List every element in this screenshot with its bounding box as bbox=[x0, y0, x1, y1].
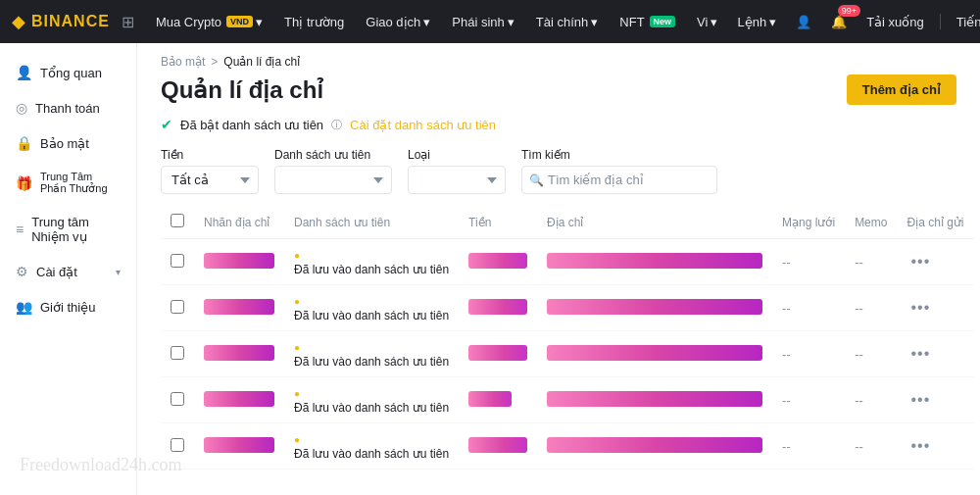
type-select[interactable] bbox=[408, 166, 506, 194]
select-all-checkbox[interactable] bbox=[171, 214, 184, 227]
more-options-button[interactable]: ••• bbox=[906, 297, 934, 319]
sidebar-label-nhiem-vu: Trung tâm Nhiệm vụ bbox=[31, 215, 121, 244]
check-icon: ✔ bbox=[161, 117, 172, 132]
status-row: ✔ Đã bật danh sách ưu tiên ⓘ Cài đặt dan… bbox=[161, 117, 956, 132]
coin-redacted bbox=[468, 345, 527, 361]
chevron-down-icon: ▾ bbox=[256, 15, 263, 29]
nav-tai-xuong[interactable]: Tải xuống bbox=[858, 11, 932, 33]
nav-notifications[interactable]: 🔔 99+ bbox=[823, 11, 855, 33]
memo-value: -- bbox=[855, 347, 863, 362]
nav-profile-icon[interactable]: 👤 bbox=[788, 11, 819, 33]
more-options-button[interactable]: ••• bbox=[906, 251, 934, 272]
address-redacted bbox=[547, 391, 762, 407]
sidebar-item-trung-tam-phan-thuong[interactable]: 🎁 Trung Tâm Phần Thưởng bbox=[0, 161, 136, 205]
whitelist-select[interactable] bbox=[274, 166, 392, 194]
table-body: ● Đã lưu vào danh sách ưu tiên -- -- ••• bbox=[161, 239, 974, 470]
breadcrumb-current: Quản lí địa chỉ bbox=[223, 55, 300, 69]
sidebar-label-tong-quan: Tổng quan bbox=[40, 66, 102, 80]
chevron-down-icon: ▾ bbox=[423, 15, 430, 29]
saved-status-text: Đã lưu vào danh sách ưu tiên bbox=[294, 355, 449, 369]
main-content: Bảo mật > Quản lí địa chỉ Quản lí địa ch… bbox=[137, 43, 980, 495]
nav-divider bbox=[940, 14, 941, 29]
search-icon: 🔍 bbox=[529, 173, 544, 187]
coin-redacted bbox=[468, 391, 512, 407]
network-value: -- bbox=[782, 439, 791, 454]
sidebar-label-phan-thuong: Trung Tâm Phần Thưởng bbox=[40, 171, 121, 195]
chevron-down-icon: ▾ bbox=[591, 15, 598, 29]
sidebar-item-bao-mat[interactable]: 🔒 Bảo mật bbox=[0, 125, 136, 161]
whitelist-dot: ● bbox=[294, 388, 300, 399]
col-coin: Tiền bbox=[459, 206, 537, 239]
logo-area[interactable]: ◆ BINANCE bbox=[12, 11, 110, 32]
filter-type-label: Loại bbox=[408, 148, 506, 162]
sidebar-label-cai-dat: Cài đặt bbox=[36, 265, 77, 279]
sidebar-item-tong-quan[interactable]: 👤 Tổng quan bbox=[0, 55, 136, 90]
nav-thi-truong[interactable]: Thị trường bbox=[276, 11, 352, 33]
row-checkbox[interactable] bbox=[171, 392, 184, 406]
nav-phai-sinh[interactable]: Phái sinh ▾ bbox=[444, 11, 521, 33]
label-redacted bbox=[204, 391, 274, 407]
table-row: ● Đã lưu vào danh sách ưu tiên -- -- ••• bbox=[161, 285, 974, 331]
whitelist-dot: ● bbox=[294, 296, 300, 307]
chevron-down-icon: ▾ bbox=[769, 15, 776, 29]
saved-status-text: Đã lưu vào danh sách ưu tiên bbox=[294, 309, 449, 322]
row-checkbox[interactable] bbox=[171, 300, 184, 314]
memo-value: -- bbox=[855, 393, 863, 408]
settings-icon: ⚙ bbox=[16, 264, 28, 279]
sidebar-label-bao-mat: Bảo mật bbox=[40, 136, 89, 151]
setup-whitelist-link[interactable]: Cài đặt danh sách ưu tiên bbox=[350, 118, 496, 132]
more-options-button[interactable]: ••• bbox=[906, 435, 934, 457]
sidebar-item-nhiem-vu[interactable]: ≡ Trung tâm Nhiệm vụ bbox=[0, 205, 136, 254]
add-address-button[interactable]: Thêm địa chỉ bbox=[847, 74, 956, 105]
more-options-button[interactable]: ••• bbox=[906, 343, 934, 365]
page-header: Quản lí địa chỉ Thêm địa chỉ bbox=[161, 74, 956, 105]
referral-icon: 👥 bbox=[16, 299, 32, 315]
row-checkbox[interactable] bbox=[171, 438, 184, 452]
vnd-badge: VND bbox=[226, 16, 253, 27]
search-input[interactable] bbox=[521, 166, 717, 194]
network-value: -- bbox=[782, 393, 791, 408]
breadcrumb: Bảo mật > Quản lí địa chỉ bbox=[161, 43, 956, 74]
table-row: ● Đã lưu vào danh sách ưu tiên -- -- ••• bbox=[161, 331, 974, 377]
filters-row: Tiền Tất cả Danh sách ưu tiên Loại Tìm k… bbox=[161, 148, 956, 194]
label-redacted bbox=[204, 345, 274, 361]
memo-value: -- bbox=[855, 255, 863, 270]
table-row: ● Đã lưu vào danh sách ưu tiên -- -- ••• bbox=[161, 239, 974, 285]
col-label: Nhãn địa chỉ bbox=[194, 206, 284, 239]
nav-nft[interactable]: NFT New bbox=[612, 11, 683, 33]
nav-lenh[interactable]: Lệnh ▾ bbox=[729, 11, 784, 33]
sidebar-item-gioi-thieu[interactable]: 👥 Giới thiệu bbox=[0, 289, 136, 324]
task-icon: ≡ bbox=[16, 222, 24, 237]
nav-tai-chinh[interactable]: Tài chính ▾ bbox=[528, 11, 606, 33]
table-header: Nhãn địa chỉ Danh sách ưu tiên Tiền Địa … bbox=[161, 206, 974, 239]
breadcrumb-parent[interactable]: Bảo mật bbox=[161, 55, 205, 69]
sidebar-item-thanh-toan[interactable]: ◎ Thanh toán bbox=[0, 90, 136, 125]
label-redacted bbox=[204, 437, 274, 453]
grid-icon[interactable]: ⊞ bbox=[122, 13, 134, 31]
address-redacted bbox=[547, 299, 762, 315]
nav-right-area: Vi ▾ Lệnh ▾ 👤 🔔 99+ Tải xuống Tiếng Việt… bbox=[689, 11, 980, 33]
network-value: -- bbox=[782, 255, 791, 270]
binance-diamond-icon: ◆ bbox=[12, 11, 25, 32]
whitelist-dot: ● bbox=[294, 434, 300, 445]
logo-text: BINANCE bbox=[31, 13, 110, 30]
filter-coin-label: Tiền bbox=[161, 148, 259, 162]
coin-select[interactable]: Tất cả bbox=[161, 166, 259, 194]
row-checkbox[interactable] bbox=[171, 346, 184, 360]
page-title: Quản lí địa chỉ bbox=[161, 76, 323, 104]
address-redacted bbox=[547, 253, 762, 269]
address-table: Nhãn địa chỉ Danh sách ưu tiên Tiền Địa … bbox=[161, 206, 974, 470]
nav-mua-crypto[interactable]: Mua Crypto VND ▾ bbox=[148, 11, 270, 33]
info-icon[interactable]: ⓘ bbox=[331, 118, 342, 132]
nav-vi[interactable]: Vi ▾ bbox=[689, 11, 725, 33]
sidebar-item-cai-dat[interactable]: ⚙ Cài đặt ▾ bbox=[0, 254, 136, 289]
more-options-button[interactable]: ••• bbox=[906, 389, 934, 411]
table-row: ● Đã lưu vào danh sách ưu tiên -- -- ••• bbox=[161, 423, 974, 470]
main-layout: 👤 Tổng quan ◎ Thanh toán 🔒 Bảo mật 🎁 Tru… bbox=[0, 43, 980, 495]
nav-giao-dich[interactable]: Giao dịch ▾ bbox=[358, 11, 438, 33]
filter-search-label: Tìm kiếm bbox=[521, 148, 717, 162]
row-checkbox[interactable] bbox=[171, 254, 184, 268]
payment-icon: ◎ bbox=[16, 100, 27, 116]
user-icon: 👤 bbox=[16, 65, 32, 80]
nav-language[interactable]: Tiếng Việt bbox=[949, 11, 980, 33]
